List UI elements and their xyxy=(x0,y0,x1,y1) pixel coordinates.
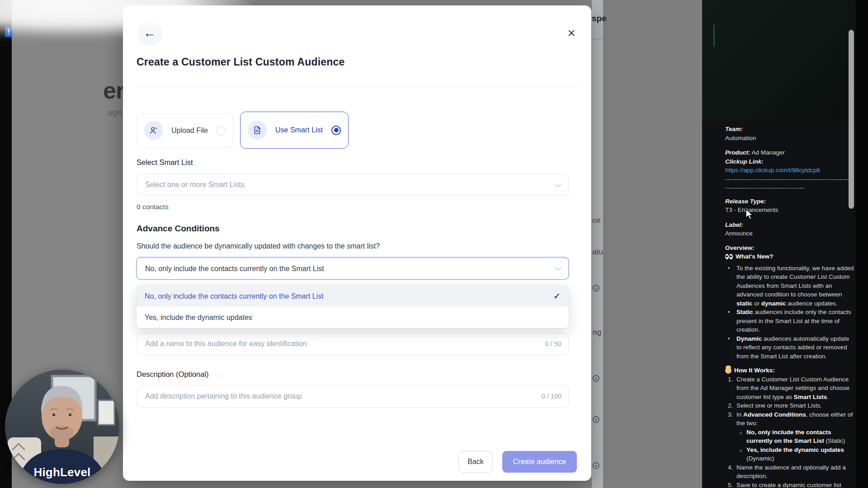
smart-list-placeholder: Select one or more Smart Lists xyxy=(145,181,245,189)
background-heading-fragment: er xyxy=(103,77,124,104)
release-note-line: 4.Name the audience and optionally add a… xyxy=(725,463,854,481)
release-notes-body: Team:AutomationProduct: Ad ManagerClicku… xyxy=(725,125,854,488)
contacts-count: 0 contacts xyxy=(137,203,169,211)
document-icon xyxy=(248,121,267,140)
right-black-strip xyxy=(856,0,868,488)
decorative-accent-line xyxy=(713,25,715,47)
check-icon: ✓ xyxy=(553,291,561,301)
divider xyxy=(137,86,578,86)
release-note-line xyxy=(725,142,854,148)
background-text-fragment: spe xyxy=(592,14,607,23)
release-note-line: Release Type: xyxy=(725,197,854,206)
release-note-line: ○Yes, include the dynamic updates (Dynam… xyxy=(725,446,854,463)
background-subtext-fragment: age xyxy=(108,108,122,117)
advance-condition-value: No, only include the contacts currently … xyxy=(145,265,324,273)
use-smart-list-radio[interactable] xyxy=(331,126,341,135)
release-note-line: ○No, only include the contacts currently… xyxy=(725,428,854,446)
create-audience-button[interactable]: Create audience xyxy=(502,451,577,473)
audience-name-field: 0 / 50 xyxy=(137,333,569,355)
release-note-line: 3.In Advanced Conditions, choose either … xyxy=(725,410,854,428)
background-text-fragment: ce xyxy=(592,216,600,225)
back-arrow-icon: ← xyxy=(143,26,156,40)
presenter-webcam-bubble[interactable]: HighLevel xyxy=(5,370,119,484)
use-smart-list-label: Use Smart List xyxy=(267,126,331,134)
background-circle-icon xyxy=(593,462,599,469)
modal-title: Create a Customer List Custom Audience xyxy=(137,56,344,68)
dim-overlay xyxy=(592,0,702,488)
release-note-line: 1.Create a Customer List Custom Audience… xyxy=(725,375,854,402)
release-note-line xyxy=(725,215,854,221)
release-note-line xyxy=(725,192,854,197)
release-note-line: ----------------------------------------… xyxy=(725,175,854,184)
back-arrow-button[interactable]: ← xyxy=(137,20,162,46)
panel-video-background xyxy=(702,0,856,121)
advance-condition-select[interactable]: No, only include the contacts currently … xyxy=(137,258,569,280)
release-note-line: Overview: xyxy=(725,244,854,253)
release-notes-panel: Team:AutomationProduct: Ad ManagerClicku… xyxy=(702,0,856,488)
description-label: Description (Optional) xyxy=(137,370,209,379)
release-note-line: T3 - Enhancements xyxy=(725,206,854,215)
audience-name-input[interactable] xyxy=(137,333,569,355)
scrollbar[interactable] xyxy=(849,30,854,209)
release-note-line: Label: xyxy=(725,221,854,230)
background-circle-icon xyxy=(593,416,599,423)
dynamic-update-question: Should the audience be dynamically updat… xyxy=(137,242,380,250)
release-note-line: Product: Ad Manager xyxy=(725,148,854,157)
alert-badge-icon: ! xyxy=(5,27,12,37)
mouse-cursor xyxy=(745,209,755,221)
release-note-line: How It Works: xyxy=(725,366,854,375)
back-button[interactable]: Back xyxy=(458,451,493,473)
create-audience-modal: ← × Create a Customer List Custom Audien… xyxy=(123,5,591,481)
release-note-line: 2.Select one or more Smart Lists. xyxy=(725,401,854,410)
select-smart-list-label: Select Smart List xyxy=(137,158,193,167)
video-frame: ! er age spe ce atu ng Team:AutomationPr… xyxy=(0,0,868,488)
upload-file-radio[interactable] xyxy=(216,126,226,136)
description-field: 0 / 100 xyxy=(137,385,569,408)
release-note-line: •Dynamic audiences automatically update … xyxy=(725,334,854,361)
release-note-line xyxy=(725,238,854,244)
release-note-line: •Static audiences include only the conta… xyxy=(725,308,854,334)
people-icon xyxy=(144,121,163,140)
chevron-down-icon xyxy=(555,181,561,187)
background-circle-icon xyxy=(593,285,599,291)
smart-list-select[interactable]: Select one or more Smart Lists xyxy=(137,174,569,196)
release-note-line: Announce xyxy=(725,229,854,238)
worker-emoji-icon xyxy=(725,367,731,374)
highlevel-wordmark: HighLevel xyxy=(33,465,90,479)
release-note-line xyxy=(725,361,854,366)
upload-file-option[interactable]: Upload File xyxy=(137,113,233,148)
background-text-fragment: ng xyxy=(593,328,601,337)
release-note-line: Clickup Link: xyxy=(725,157,854,166)
advance-condition-dropdown: No, only include the contacts currently … xyxy=(137,286,569,328)
option-static[interactable]: No, only include the contacts currently … xyxy=(137,286,569,307)
chevron-down-icon xyxy=(555,265,561,271)
background-page-edge xyxy=(592,0,603,488)
description-input[interactable] xyxy=(137,385,569,408)
option-dynamic[interactable]: Yes, include the dynamic updates xyxy=(137,307,569,328)
close-icon: × xyxy=(567,26,576,40)
close-button[interactable]: × xyxy=(564,26,579,40)
background-text-fragment: atu xyxy=(592,248,603,257)
option-dynamic-label: Yes, include the dynamic updates xyxy=(145,314,252,322)
release-note-line: •To the existing functionality, we have … xyxy=(725,264,854,308)
release-note-line: -------------------------------- xyxy=(725,183,854,192)
description-char-counter: 0 / 100 xyxy=(542,393,561,400)
advance-conditions-heading: Advance Conditions xyxy=(137,224,220,234)
release-note-line: Team: xyxy=(725,125,854,134)
background-circle-icon xyxy=(593,375,599,382)
option-static-label: No, only include the contacts currently … xyxy=(145,292,324,300)
name-char-counter: 0 / 50 xyxy=(545,340,561,347)
eyes-emoji-icon xyxy=(725,254,733,259)
clickup-link[interactable]: https://app.clickup.com/t/86cytdcp6 xyxy=(725,166,854,175)
release-note-line: Automation xyxy=(725,134,854,143)
release-note-line: 5.Save to create a dynamic customer list… xyxy=(725,481,854,488)
release-note-line: What's New? xyxy=(725,252,854,261)
use-smart-list-option[interactable]: Use Smart List xyxy=(240,112,349,149)
upload-file-label: Upload File xyxy=(163,127,216,135)
